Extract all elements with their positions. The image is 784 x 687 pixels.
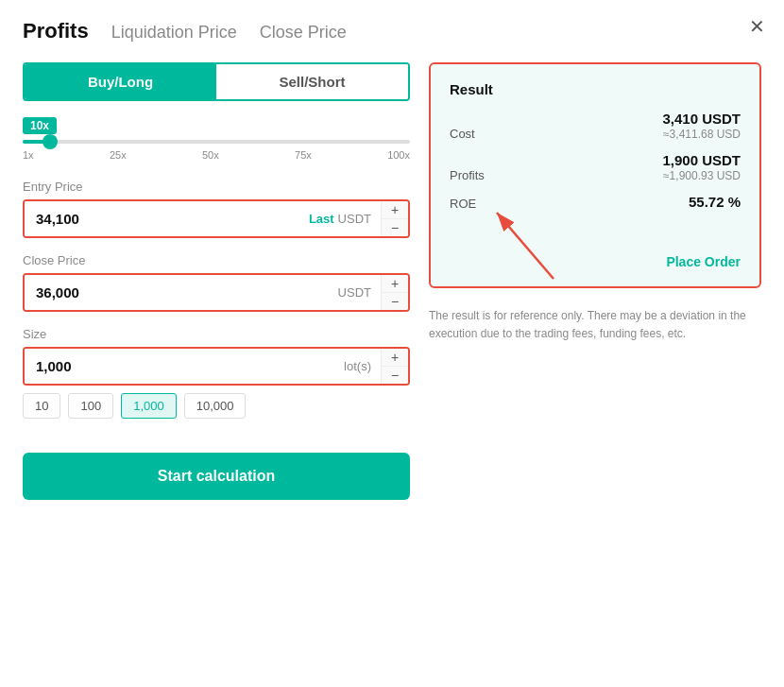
slider-track: [23, 140, 410, 144]
profits-value: 1,900 USDT ≈1,900.93 USD: [662, 152, 741, 182]
result-box: Result Cost 3,410 USDT ≈3,411.68 USD Pro…: [429, 62, 761, 288]
tab-bar: Profits Liquidation Price Close Price: [23, 19, 761, 43]
size-increment[interactable]: +: [382, 349, 408, 367]
close-price-input[interactable]: [25, 275, 329, 310]
size-stepper: + −: [381, 349, 408, 384]
size-label: Size: [23, 327, 410, 341]
cost-row: Cost 3,410 USDT ≈3,411.68 USD: [450, 111, 741, 141]
close-price-decrement[interactable]: −: [382, 293, 408, 310]
mark-25x: 25x: [110, 149, 127, 161]
profits-sub: ≈1,900.93 USD: [662, 169, 741, 182]
close-price-input-wrapper: USDT + −: [23, 273, 410, 312]
close-button[interactable]: ✕: [749, 15, 765, 38]
profits-main: 1,900 USDT: [662, 152, 741, 168]
size-options: 10 100 1,000 10,000: [23, 393, 410, 419]
sell-short-button[interactable]: Sell/Short: [216, 64, 408, 99]
close-price-group: Close Price USDT + −: [23, 253, 410, 312]
tab-close-price[interactable]: Close Price: [260, 23, 347, 43]
cost-value: 3,410 USDT ≈3,411.68 USD: [662, 111, 741, 141]
entry-price-input[interactable]: [25, 201, 299, 236]
size-unit: lot(s): [334, 349, 381, 384]
right-panel: Result Cost 3,410 USDT ≈3,411.68 USD Pro…: [429, 62, 761, 500]
entry-price-stepper: + −: [381, 201, 408, 236]
size-option-10[interactable]: 10: [23, 393, 60, 419]
entry-price-label: Entry Price: [23, 180, 410, 194]
size-unit-label: lot(s): [344, 359, 371, 373]
mark-100x: 100x: [387, 149, 410, 161]
leverage-badge: 10x: [23, 117, 57, 134]
mark-1x: 1x: [23, 149, 34, 161]
slider-labels: 1x 25x 50x 75x 100x: [23, 149, 410, 161]
profits-label: Profits: [450, 168, 485, 182]
left-panel: Buy/Long Sell/Short 10x 1x 25x 50x 75x: [23, 62, 410, 500]
leverage-section: 10x 1x 25x 50x 75x 100x: [23, 116, 410, 161]
close-price-increment[interactable]: +: [382, 275, 408, 293]
entry-price-unit: Last USDT: [299, 201, 381, 236]
entry-price-currency: USDT: [338, 212, 371, 226]
annotation-arrow-svg: [478, 203, 591, 288]
size-group: Size lot(s) + − 10 100 1,000 10,000: [23, 327, 410, 419]
main-layout: Buy/Long Sell/Short 10x 1x 25x 50x 75x: [23, 62, 761, 500]
roe-main: 55.72 %: [689, 194, 741, 210]
roe-label: ROE: [450, 197, 476, 211]
size-input-wrapper: lot(s) + −: [23, 347, 410, 386]
size-option-10000[interactable]: 10,000: [184, 393, 247, 419]
result-title: Result: [450, 81, 741, 97]
buy-sell-toggle: Buy/Long Sell/Short: [23, 62, 410, 101]
modal: ✕ Profits Liquidation Price Close Price …: [0, 0, 784, 687]
roe-value: 55.72 %: [689, 194, 741, 211]
tab-liquidation[interactable]: Liquidation Price: [111, 23, 237, 43]
buy-long-button[interactable]: Buy/Long: [25, 64, 216, 99]
size-option-1000[interactable]: 1,000: [121, 393, 177, 419]
leverage-slider-container: [23, 140, 410, 144]
entry-price-input-wrapper: Last USDT + −: [23, 199, 410, 238]
start-calculation-button[interactable]: Start calculation: [23, 453, 410, 500]
svg-line-1: [497, 213, 554, 279]
entry-price-group: Entry Price Last USDT + −: [23, 180, 410, 238]
cost-label: Cost: [450, 127, 475, 141]
size-input[interactable]: [25, 349, 334, 384]
disclaimer-text: The result is for reference only. There …: [429, 307, 761, 343]
mark-50x: 50x: [202, 149, 219, 161]
arrow-annotation: [450, 222, 741, 250]
slider-thumb[interactable]: [43, 134, 58, 149]
tab-profits[interactable]: Profits: [23, 19, 89, 43]
mark-75x: 75x: [295, 149, 312, 161]
size-option-100[interactable]: 100: [68, 393, 113, 419]
profits-row: Profits 1,900 USDT ≈1,900.93 USD: [450, 152, 741, 182]
entry-price-increment[interactable]: +: [382, 201, 408, 219]
entry-price-decrement[interactable]: −: [382, 219, 408, 236]
close-price-currency: USDT: [338, 285, 371, 300]
cost-main: 3,410 USDT: [662, 111, 741, 127]
last-label: Last: [309, 212, 334, 226]
size-decrement[interactable]: −: [382, 367, 408, 384]
cost-sub: ≈3,411.68 USD: [662, 128, 741, 141]
close-price-unit: USDT: [329, 275, 381, 310]
close-price-stepper: + −: [381, 275, 408, 310]
close-price-label: Close Price: [23, 253, 410, 267]
